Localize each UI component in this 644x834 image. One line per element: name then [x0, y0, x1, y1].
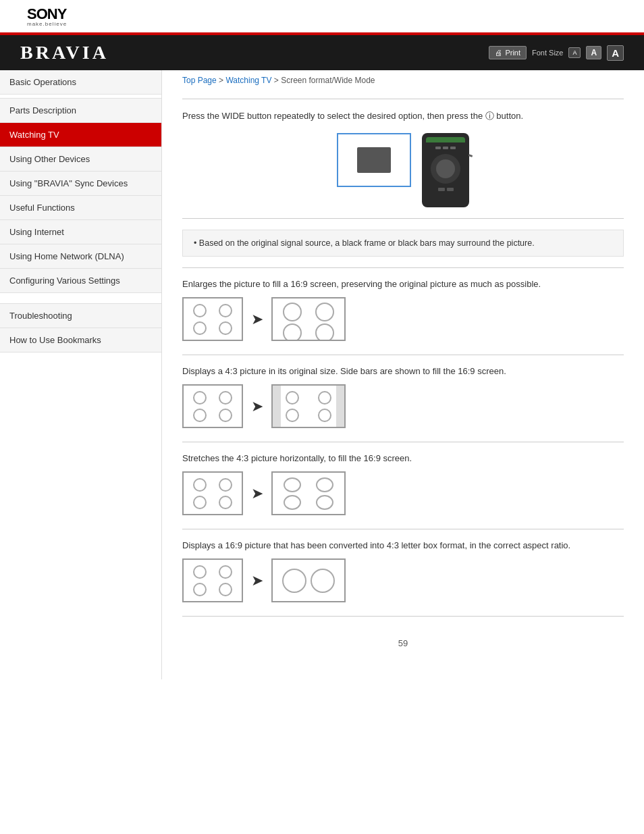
circle	[219, 496, 232, 509]
sidebar-item-troubleshooting[interactable]: Troubleshooting	[0, 304, 161, 328]
print-button[interactable]: 🖨 Print	[489, 46, 527, 59]
bravia-bar: BRAVIA 🖨 Print Font Size A A A	[0, 32, 644, 70]
page-footer: 59	[182, 627, 624, 659]
arrow-icon: ➤	[251, 572, 263, 590]
circle	[286, 391, 299, 405]
divider-after-remote	[182, 218, 624, 219]
sidebar-item-bravia-sync[interactable]: Using "BRAVIA" Sync Devices	[0, 172, 161, 196]
mode-full-visual: ➤	[182, 384, 624, 428]
circle	[311, 569, 335, 593]
circle	[315, 303, 334, 321]
circle	[193, 304, 207, 317]
remote-area	[182, 133, 624, 207]
circle	[219, 478, 232, 492]
sidebar-item-configuring[interactable]: Configuring Various Settings	[0, 269, 161, 293]
mode-full-desc: Displays a 4:3 picture in its original s…	[182, 366, 624, 376]
bravia-title: BRAVIA	[20, 42, 109, 63]
bravia-controls: 🖨 Print Font Size A A A	[489, 45, 624, 61]
page-number: 59	[398, 638, 408, 648]
circle	[219, 304, 232, 317]
sidebar-item-watching-tv[interactable]: Watching TV	[0, 123, 161, 147]
before-frame-full	[182, 384, 243, 428]
circle	[219, 565, 232, 579]
font-size-label: Font Size	[532, 49, 563, 57]
circle	[219, 583, 232, 596]
breadcrumb-top[interactable]: Top Page	[182, 76, 217, 85]
mode-smart-visual: ➤	[182, 297, 624, 341]
circle	[193, 478, 207, 492]
mode-zoom: Stretches the 4:3 picture horizontally, …	[182, 453, 624, 529]
breadcrumb-watching[interactable]: Watching TV	[225, 76, 271, 85]
before-frame-wide	[182, 558, 243, 602]
breadcrumb: Top Page > Watching TV > Screen format/W…	[182, 70, 624, 93]
after-frame-wide	[271, 558, 346, 602]
print-icon: 🖨	[495, 49, 502, 57]
font-medium-button[interactable]: A	[586, 46, 601, 59]
circle	[193, 391, 207, 405]
arrow-icon: ➤	[251, 398, 263, 415]
remote-center-btn	[436, 159, 455, 178]
sidebar-item-using-internet[interactable]: Using Internet	[0, 220, 161, 244]
divider-after-note	[182, 267, 624, 268]
mode-zoom-visual: ➤	[182, 471, 624, 515]
circle	[219, 391, 232, 405]
breadcrumb-sep1: >	[219, 76, 225, 85]
before-frame-zoom	[182, 471, 243, 515]
before-frame-smart	[182, 297, 243, 341]
tv-screen-image	[337, 133, 411, 187]
mode-wide-zoom-visual: ➤	[182, 558, 624, 602]
circle	[193, 321, 207, 335]
mode-wide-zoom: Displays a 16:9 picture that has been co…	[182, 540, 624, 617]
mode-zoom-desc: Stretches the 4:3 picture horizontally, …	[182, 453, 624, 463]
circle	[318, 391, 331, 405]
font-large-button[interactable]: A	[607, 45, 624, 61]
after-frame-smart	[271, 297, 346, 341]
mode-wide-zoom-desc: Displays a 16:9 picture that has been co…	[182, 540, 624, 550]
circle	[286, 409, 299, 422]
sidebar-item-parts-description[interactable]: Parts Description	[0, 99, 161, 123]
arrow-icon: ➤	[251, 311, 263, 328]
circle	[193, 565, 207, 579]
mode-smart-desc: Enlarges the picture to fill a 16:9 scre…	[182, 279, 624, 289]
remote-dpad	[431, 154, 460, 184]
after-frame-full	[271, 384, 346, 428]
after-frame-zoom	[271, 471, 346, 515]
sidebar-item-basic-operations[interactable]: Basic Operations	[0, 70, 161, 95]
sony-tagline: make.believe	[27, 22, 617, 27]
circle	[219, 321, 232, 335]
circle	[315, 323, 334, 341]
content-area: Top Page > Watching TV > Screen format/W…	[162, 70, 644, 679]
circle	[284, 477, 301, 492]
circle	[284, 495, 301, 510]
circle	[219, 409, 232, 422]
sidebar-item-home-network[interactable]: Using Home Network (DLNA)	[0, 244, 161, 269]
tv-inner	[357, 147, 391, 173]
circle	[283, 323, 302, 341]
circle	[316, 477, 333, 492]
sidebar-item-using-other-devices[interactable]: Using Other Devices	[0, 147, 161, 172]
remote-top	[426, 137, 465, 142]
divider-top	[182, 99, 624, 99]
circle	[193, 409, 207, 422]
circle	[193, 583, 207, 596]
print-label: Print	[505, 49, 520, 57]
remote-image	[422, 133, 469, 207]
sidebar: Basic Operations Parts Description Watch…	[0, 70, 162, 679]
sony-logo: SONY make.believe	[27, 7, 617, 27]
circle	[316, 495, 333, 510]
sidebar-item-bookmarks[interactable]: How to Use Bookmarks	[0, 328, 161, 353]
breadcrumb-current: Screen format/Wide Mode	[281, 76, 375, 85]
intro-text: Press the WIDE button repeatedly to sele…	[182, 110, 624, 122]
arrow-icon: ➤	[251, 485, 263, 502]
breadcrumb-sep2: >	[274, 76, 281, 85]
mode-smart: Enlarges the picture to fill a 16:9 scre…	[182, 279, 624, 355]
note-box: Based on the original signal source, a b…	[182, 230, 624, 257]
circle	[318, 409, 331, 422]
sony-text: SONY	[27, 7, 617, 22]
font-small-button[interactable]: A	[568, 47, 581, 58]
circle	[282, 569, 306, 593]
sidebar-item-useful-functions[interactable]: Useful Functions	[0, 196, 161, 220]
page-header: SONY make.believe	[0, 0, 644, 32]
circle	[283, 303, 302, 321]
circle	[193, 496, 207, 509]
